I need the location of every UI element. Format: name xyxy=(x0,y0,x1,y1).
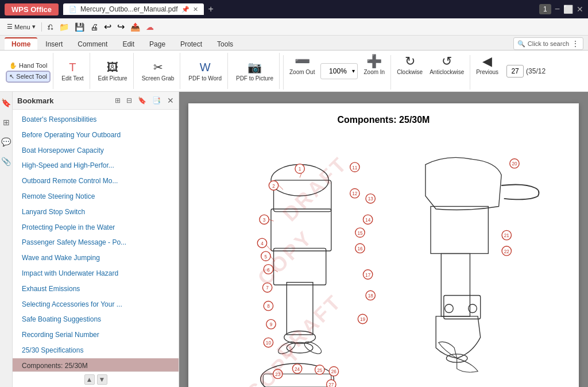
svg-text:9: 9 xyxy=(270,322,273,327)
svg-text:12: 12 xyxy=(352,191,358,196)
edit-picture-label: Edit Picture xyxy=(98,75,127,82)
tab-tools[interactable]: Tools xyxy=(210,38,240,50)
bookmark-header: Bookmark ⊞ ⊟ 🔖 📑 ✕ xyxy=(13,92,179,110)
bookmark-add-icon[interactable]: 📑 xyxy=(150,95,163,106)
expand-all-icon[interactable]: ⊞ xyxy=(113,95,122,106)
bookmark-item[interactable]: Outboard Remote Control Mo... xyxy=(13,173,179,189)
share-button[interactable]: 📤 xyxy=(128,21,142,33)
thumbnail-sidebar-icon[interactable]: ⊞ xyxy=(1,116,11,129)
edit-text-label: Edit Text xyxy=(61,75,83,82)
zoom-input[interactable] xyxy=(323,65,352,78)
tab-insert[interactable]: Insert xyxy=(38,38,69,50)
svg-text:14: 14 xyxy=(365,218,371,223)
maximize-button[interactable]: ⬜ xyxy=(563,5,573,14)
tab-protect[interactable]: Protect xyxy=(173,38,209,50)
previous-button[interactable]: ◀ Previous xyxy=(474,53,501,89)
search-bar[interactable]: 🔍 Click to search ⋮ xyxy=(513,37,583,50)
bookmark-save-icon[interactable]: 🔖 xyxy=(136,95,148,106)
undo-button[interactable]: ⎌ xyxy=(45,21,56,33)
divider2 xyxy=(390,55,391,90)
pdf-viewer[interactable]: Components: 25/30M DRAFT COPY DRAFT COPY xyxy=(179,92,588,387)
scroll-down-button[interactable]: ▼ xyxy=(97,374,107,385)
document-tab[interactable]: 📄 Mercury_Outbo...er_Manual.pdf 📌 ✕ xyxy=(63,3,203,15)
bookmark-item[interactable]: Wave and Wake Jumping xyxy=(13,250,179,266)
menu-bar: ☰ Menu ▾ ⎌ 📁 💾 🖨 ↩ ↪ 📤 ☁ xyxy=(0,18,588,36)
anticlockwise-button[interactable]: ↺ Anticlockwise xyxy=(427,53,466,89)
bookmark-item[interactable]: Remote Steering Notice xyxy=(13,189,179,204)
svg-rect-3 xyxy=(274,248,326,285)
menu-hamburger[interactable]: ☰ Menu ▾ xyxy=(5,22,38,32)
zoom-in-button[interactable]: ➕ Zoom In xyxy=(361,53,387,89)
hand-tool-button[interactable]: ✋ Hand Tool xyxy=(7,61,49,71)
svg-text:8: 8 xyxy=(267,304,270,309)
bookmark-item[interactable]: Recording Serial Number xyxy=(13,327,179,343)
bookmark-item[interactable]: Before Operating Your Outboard xyxy=(13,127,179,143)
edit-text-icon: T xyxy=(69,61,76,74)
svg-text:17: 17 xyxy=(365,273,371,278)
bookmark-item[interactable]: Exhaust Emissions xyxy=(13,281,179,297)
new-tab-button[interactable]: + xyxy=(208,4,214,14)
bookmark-item[interactable]: Lanyard Stop Switch xyxy=(13,204,179,220)
menu-divider xyxy=(41,22,42,32)
scroll-up-button[interactable]: ▲ xyxy=(84,374,95,385)
comment-sidebar-icon[interactable]: 💬 xyxy=(0,136,13,148)
bookmark-item[interactable]: Passenger Safety Message - Po... xyxy=(13,235,179,250)
cloud-icon: ☁ xyxy=(144,21,156,33)
folder-button[interactable]: 📁 xyxy=(57,21,71,33)
close-window-button[interactable]: ✕ xyxy=(577,5,583,14)
bookmark-item[interactable]: Safe Boating Suggestions xyxy=(13,312,179,327)
bookmark-item[interactable]: 25/30 Specifications xyxy=(13,343,179,358)
tab-edit[interactable]: Edit xyxy=(115,38,141,50)
current-page-input[interactable] xyxy=(506,65,524,78)
ribbon-tools: ✋ Hand Tool ↖ Select Tool T Edit Text 🖼 … xyxy=(0,51,588,92)
bookmark-close-button[interactable]: ✕ xyxy=(167,96,174,105)
pdf-diagram: DRAFT COPY DRAFT COPY xyxy=(206,131,562,387)
pdf-page: Components: 25/30M DRAFT COPY DRAFT COPY xyxy=(188,103,579,387)
svg-rect-11 xyxy=(431,206,488,253)
screen-grab-button[interactable]: ✂ Screen Grab xyxy=(140,59,177,83)
pdf-to-word-button[interactable]: W PDF to Word xyxy=(186,60,224,83)
more-options-icon: ⋮ xyxy=(571,39,579,48)
menu-label: Menu xyxy=(14,24,30,30)
bookmark-item[interactable]: High-Speed and High-Perfor... xyxy=(13,158,179,173)
bookmark-icons: ⊞ ⊟ 🔖 📑 xyxy=(113,95,163,106)
tab-page[interactable]: Page xyxy=(142,38,172,50)
previous-icon: ◀ xyxy=(482,54,492,69)
minimize-button[interactable]: − xyxy=(555,4,560,14)
tab-count-badge: 1 xyxy=(539,4,551,14)
bookmark-item[interactable]: Boater's Responsibilities xyxy=(13,112,179,127)
zoom-dropdown-arrow[interactable]: ▾ xyxy=(352,68,355,74)
undo2-button[interactable]: ↩ xyxy=(102,20,114,33)
bookmark-item[interactable]: Protecting People in the Water xyxy=(13,220,179,235)
tab-close-icon[interactable]: ✕ xyxy=(193,6,198,13)
print-button[interactable]: 🖨 xyxy=(88,21,100,33)
edit-text-button[interactable]: T Edit Text xyxy=(59,60,86,83)
zoom-out-button[interactable]: ➖ Zoom Out xyxy=(287,53,317,89)
save-button[interactable]: 💾 xyxy=(72,21,87,33)
tool-group-pdf-to-word: W PDF to Word xyxy=(183,53,228,89)
wps-logo[interactable]: WPS Office xyxy=(5,3,59,16)
hand-tool-label: Hand Tool xyxy=(19,62,47,69)
clockwise-button[interactable]: ↻ Clockwise xyxy=(394,53,425,89)
select-tool-button[interactable]: ↖ Select Tool xyxy=(7,72,49,82)
svg-text:19: 19 xyxy=(360,317,366,322)
svg-text:4: 4 xyxy=(261,241,264,246)
redo-button[interactable]: ↪ xyxy=(115,20,127,33)
pdf-to-picture-button[interactable]: 📷 PDF to Picture xyxy=(234,59,276,83)
screen-grab-icon: ✂ xyxy=(153,60,163,74)
tab-comment[interactable]: Comment xyxy=(71,38,114,50)
attachment-sidebar-icon[interactable]: 📎 xyxy=(0,155,13,168)
svg-text:13: 13 xyxy=(368,196,374,202)
divider3 xyxy=(470,55,470,90)
tab-home[interactable]: Home xyxy=(5,37,37,50)
bookmark-item[interactable]: Boat Horsepower Capacity xyxy=(13,143,179,158)
bookmark-item[interactable]: Impact with Underwater Hazard xyxy=(13,266,179,281)
search-icon: 🔍 xyxy=(517,40,525,48)
bookmark-item-active[interactable]: Components: 25/30M xyxy=(13,358,179,371)
svg-text:10: 10 xyxy=(266,340,272,346)
bookmark-item[interactable]: Selecting Accessories for Your ... xyxy=(13,297,179,312)
bookmark-sidebar-icon[interactable]: 🔖 xyxy=(0,96,13,109)
svg-text:11: 11 xyxy=(352,165,358,171)
edit-picture-button[interactable]: 🖼 Edit Picture xyxy=(96,60,130,83)
collapse-all-icon[interactable]: ⊟ xyxy=(125,95,134,106)
